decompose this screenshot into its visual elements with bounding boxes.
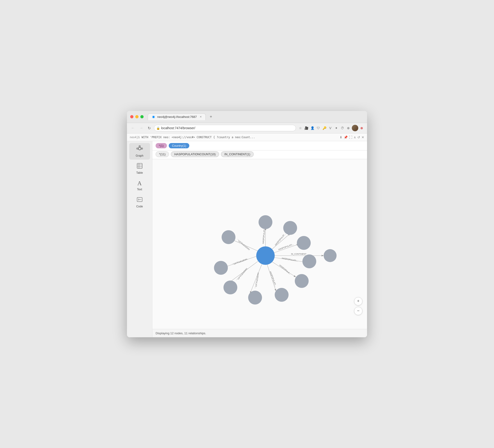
address-input[interactable]: localhost:7474/browser/ (154, 125, 296, 131)
code-icon (137, 196, 143, 204)
incontinent-badge[interactable]: IN_CONTINENT(1) (221, 151, 254, 157)
svg-point-2 (138, 147, 141, 150)
brand-icon[interactable]: V (328, 125, 333, 131)
zoom-icon[interactable]: 🎥 (304, 125, 309, 131)
sidebar-item-code[interactable]: Code (129, 194, 150, 210)
sidebar-item-graph[interactable]: Graph (129, 143, 150, 160)
svg-point-43 (295, 274, 309, 288)
neo4j-favicon (152, 115, 155, 119)
maximize-button[interactable] (140, 115, 144, 118)
address-bar-wrap: 🔒 localhost:7474/browser/ (154, 125, 296, 131)
profile-icon[interactable]: 👤 (310, 125, 315, 131)
svg-point-41 (297, 236, 311, 250)
svg-text:HASPOPULATI...: HASPOPULATI... (232, 258, 247, 266)
download-button[interactable]: ⬇ (340, 135, 342, 139)
tab-close-icon[interactable]: ✕ (200, 115, 202, 118)
svg-line-23 (250, 264, 262, 293)
legend-bar: *(1) Country(1) (152, 141, 367, 150)
graph-area[interactable]: HASPOPULATI... HASPOPULAT... HASPOPULATI… (152, 159, 367, 329)
security-icon: 🔒 (156, 126, 160, 130)
sidebar: Graph Table A Text (127, 141, 152, 337)
zoom-controls: + − (354, 297, 362, 315)
querybar: neo4j$ WITH 'PREFIX neo: <neo4j://voc#> … (127, 133, 367, 141)
close-button[interactable] (130, 115, 134, 118)
new-tab-button[interactable]: + (208, 113, 214, 120)
sidebar-item-table[interactable]: Table (129, 161, 150, 177)
svg-rect-13 (137, 197, 142, 202)
svg-point-46 (223, 280, 237, 294)
shield-icon[interactable]: 🛡 (316, 125, 321, 131)
statusbar: Displaying 12 nodes, 11 relationships. (152, 329, 367, 337)
clock-icon[interactable]: ⏱ (340, 125, 345, 131)
svg-text:HASPOPULATI...: HASPOPULATI... (282, 257, 298, 262)
svg-point-39 (259, 215, 272, 229)
titlebar: neo4j@neo4j://localhost:7687 ✕ + (127, 111, 367, 123)
close-query-button[interactable]: ✕ (361, 135, 364, 139)
svg-point-47 (214, 261, 228, 275)
svg-point-5 (137, 148, 138, 149)
refresh-query-button[interactable]: ↺ (357, 135, 360, 139)
svg-point-48 (222, 230, 235, 244)
svg-point-42 (302, 254, 316, 268)
country-badge[interactable]: Country(1) (169, 143, 189, 148)
collapse-up-button[interactable]: ∧ (354, 135, 356, 139)
svg-point-4 (141, 148, 143, 149)
text-label: Text (137, 188, 142, 191)
graph-svg: HASPOPULATI... HASPOPULAT... HASPOPULATI… (152, 159, 367, 329)
star-icon[interactable]: ☆ (298, 125, 303, 131)
fullscreen-button[interactable]: ⛶ (349, 135, 352, 139)
refresh-button[interactable]: ↻ (146, 125, 152, 131)
traffic-lights (130, 115, 144, 118)
svg-text:HASPOPULAT...: HASPOPULAT... (274, 233, 286, 246)
status-text: Displaying 12 nodes, 11 relationships. (156, 331, 206, 335)
svg-point-1 (153, 116, 154, 118)
rels-badge[interactable]: *(11) (156, 151, 169, 157)
browser-window: neo4j@neo4j://localhost:7687 ✕ + ← → ↻ 🔒… (127, 111, 367, 337)
querybar-controls: ⬇ 📌 ⛶ ∧ ↺ ✕ (340, 135, 364, 139)
svg-point-3 (139, 145, 140, 147)
haspop-badge[interactable]: HASPOPULATIONCOUNT(10) (171, 151, 219, 157)
active-tab[interactable]: neo4j@neo4j://localhost:7687 ✕ (148, 113, 206, 120)
svg-point-44 (275, 288, 289, 302)
tab-label: neo4j@neo4j://localhost:7687 (157, 115, 197, 119)
main-content: Graph Table A Text (127, 141, 367, 337)
svg-text:HASPOPULATI...: HASPOPULATI... (262, 228, 266, 244)
forward-button[interactable]: → (138, 125, 145, 131)
svg-text:HASPOPULATI...: HASPOPULATI... (236, 267, 248, 281)
svg-text:IN_CONTINENT: IN_CONTINENT (291, 253, 307, 255)
table-icon (137, 163, 143, 170)
query-text: WITH 'PREFIX neo: <neo4j://voc#> CONSTRU… (141, 136, 255, 139)
svg-text:HASPOPULATI...: HASPOPULATI... (236, 239, 250, 251)
table-label: Table (136, 171, 143, 174)
sidebar-item-text[interactable]: A Text (129, 178, 150, 193)
svg-line-14 (138, 199, 139, 200)
back-button[interactable]: ← (130, 125, 136, 131)
graph-icon (136, 145, 143, 153)
text-icon: A (137, 180, 142, 187)
rels-legend-bar: *(11) HASPOPULATIONCOUNT(10) IN_CONTINEN… (152, 150, 367, 159)
password-icon[interactable]: 🔑 (322, 125, 327, 131)
svg-point-49 (324, 249, 337, 262)
zoom-in-button[interactable]: + (354, 297, 362, 305)
minimize-button[interactable] (135, 115, 138, 118)
nodes-badge[interactable]: *(1) (156, 143, 167, 148)
addressbar: ← → ↻ 🔒 localhost:7474/browser/ ☆ 🎥 👤 🛡 … (127, 123, 367, 133)
avatar[interactable] (352, 125, 358, 131)
svg-text:HASPOPULATI...: HASPOPULATI... (278, 243, 294, 251)
extensions-icon[interactable]: ⊕ (346, 125, 351, 131)
svg-line-15 (138, 200, 139, 200)
pin-button[interactable]: 📌 (344, 135, 348, 139)
graph-label: Graph (136, 154, 143, 157)
wand-icon[interactable]: ✦ (334, 125, 339, 131)
svg-text:HASPOPULATI...: HASPOPULATI... (269, 271, 277, 287)
svg-point-45 (248, 291, 262, 304)
toolbar-icons: ☆ 🎥 👤 🛡 🔑 V ✦ ⏱ ⊕ ⊗ (298, 125, 364, 131)
svg-rect-9 (137, 163, 142, 169)
error-icon[interactable]: ⊗ (359, 125, 364, 131)
result-panel: *(1) Country(1) *(11) HASPOPULATIONCOUNT… (152, 141, 367, 337)
svg-point-40 (283, 221, 297, 235)
query-prompt: neo4j$ (130, 136, 140, 139)
zoom-out-button[interactable]: − (354, 307, 362, 315)
svg-text:HASPOPULA...: HASPOPULA... (279, 264, 291, 275)
svg-point-50 (256, 246, 275, 265)
